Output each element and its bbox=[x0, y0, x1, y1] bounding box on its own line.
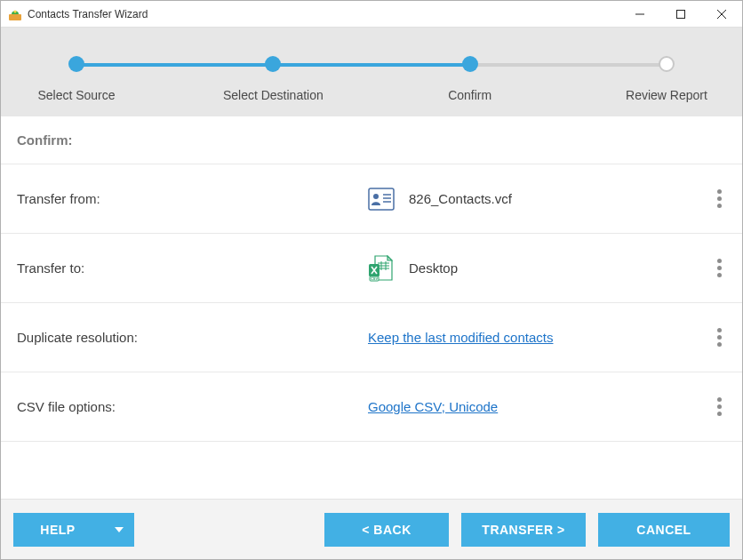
row-transfer-to: Transfer to: CSV bbox=[1, 234, 742, 303]
row-value-text: Desktop bbox=[409, 260, 458, 276]
titlebar: Contacts Transfer Wizard bbox=[1, 1, 742, 28]
back-button[interactable]: < BACK bbox=[324, 513, 449, 547]
step-review: Review Report bbox=[618, 28, 715, 102]
row-value: Keep the last modified contacts bbox=[368, 330, 705, 345]
step-dot-icon bbox=[265, 56, 281, 72]
step-label: Select Destination bbox=[223, 88, 324, 102]
row-transfer-from: Transfer from: 826_Contacts.vcf bbox=[1, 164, 742, 234]
more-options-button[interactable] bbox=[710, 182, 729, 215]
row-csv-options: CSV file options: Google CSV; Unicode bbox=[1, 372, 742, 442]
app-icon bbox=[8, 7, 22, 21]
step-label: Confirm bbox=[448, 88, 491, 102]
svg-point-4 bbox=[373, 194, 379, 199]
more-options-button[interactable] bbox=[710, 390, 729, 423]
transfer-button[interactable]: TRANSFER > bbox=[461, 513, 586, 547]
row-label: CSV file options: bbox=[17, 399, 368, 414]
svg-rect-2 bbox=[677, 10, 685, 18]
row-label: Transfer from: bbox=[17, 191, 368, 206]
step-destination: Select Destination bbox=[224, 28, 322, 102]
cancel-button[interactable]: CANCEL bbox=[598, 513, 730, 547]
row-label: Transfer to: bbox=[17, 260, 368, 276]
window-title: Contacts Transfer Wizard bbox=[28, 8, 148, 20]
step-dot-icon bbox=[462, 56, 478, 72]
duplicate-resolution-link[interactable]: Keep the last modified contacts bbox=[368, 330, 553, 345]
step-source: Select Source bbox=[28, 28, 125, 102]
row-value: 826_Contacts.vcf bbox=[368, 188, 705, 211]
section-title: Confirm: bbox=[1, 116, 742, 164]
close-button[interactable] bbox=[701, 1, 742, 28]
step-dot-icon bbox=[68, 56, 84, 72]
maximize-button[interactable] bbox=[660, 1, 701, 28]
stepper: Select Source Select Destination Confirm… bbox=[1, 28, 742, 116]
csv-options-link[interactable]: Google CSV; Unicode bbox=[368, 399, 498, 414]
row-value: CSV Desktop bbox=[368, 255, 705, 282]
svg-text:CSV: CSV bbox=[371, 276, 379, 281]
help-button[interactable]: HELP bbox=[13, 513, 134, 547]
content: Confirm: Transfer from: 826_Contacts.vcf bbox=[1, 116, 742, 499]
more-options-button[interactable] bbox=[710, 252, 729, 284]
minimize-button[interactable] bbox=[619, 1, 660, 28]
help-label: HELP bbox=[13, 523, 102, 537]
row-label: Duplicate resolution: bbox=[17, 330, 368, 345]
window: Contacts Transfer Wizard Select Source S… bbox=[0, 0, 743, 560]
step-confirm: Confirm bbox=[421, 28, 519, 102]
row-duplicate-resolution: Duplicate resolution: Keep the last modi… bbox=[1, 303, 742, 372]
step-dot-icon bbox=[659, 56, 675, 72]
svg-rect-3 bbox=[369, 188, 394, 210]
help-dropdown-icon[interactable] bbox=[102, 513, 134, 547]
footer: HELP < BACK TRANSFER > CANCEL bbox=[1, 499, 742, 559]
more-options-button[interactable] bbox=[710, 321, 729, 354]
vcard-icon bbox=[368, 188, 403, 211]
svg-point-1 bbox=[14, 10, 17, 12]
row-value-text: 826_Contacts.vcf bbox=[409, 191, 512, 206]
svg-rect-0 bbox=[9, 14, 21, 20]
step-label: Select Source bbox=[37, 88, 115, 102]
csv-icon: CSV bbox=[368, 255, 403, 282]
row-value: Google CSV; Unicode bbox=[368, 399, 705, 414]
step-label: Review Report bbox=[626, 88, 707, 102]
